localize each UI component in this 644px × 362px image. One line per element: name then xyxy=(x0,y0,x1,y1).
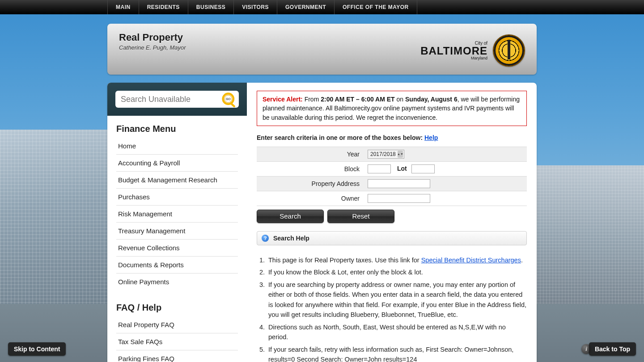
city-seal-icon xyxy=(493,34,525,67)
address-label: Property Address xyxy=(257,176,364,191)
help-list: This page is for Real Property taxes. Us… xyxy=(267,255,527,362)
owner-label: Owner xyxy=(257,191,364,206)
help-item-2: If you know the Block & Lot, enter only … xyxy=(267,267,527,277)
nav-main[interactable]: MAIN xyxy=(107,0,139,14)
reset-button[interactable]: Reset xyxy=(327,210,394,223)
search-go-button[interactable]: GO xyxy=(221,92,237,107)
help-item-3: If you are searching by property address… xyxy=(267,280,527,320)
svg-text:GO: GO xyxy=(226,97,231,101)
search-help-label: Search Help xyxy=(273,235,309,242)
menu-realprop-faq[interactable]: Real Property FAQ xyxy=(116,316,238,333)
menu-online-payments[interactable]: Online Payments xyxy=(116,274,238,290)
criteria-help-link[interactable]: Help xyxy=(424,134,438,141)
help-icon: ? xyxy=(262,235,269,242)
sidebar-heading-faq: FAQ / Help xyxy=(107,295,247,316)
criteria-instruction: Enter search criteria in one or more of … xyxy=(257,134,527,141)
menu-parking-faq[interactable]: Parking Fines FAQ xyxy=(116,350,238,362)
block-label: Block xyxy=(257,161,364,176)
svg-rect-3 xyxy=(230,102,235,107)
menu-risk[interactable]: Risk Management xyxy=(116,206,238,222)
faq-menu: Real Property FAQ Tax Sale FAQs Parking … xyxy=(107,316,247,362)
nav-business[interactable]: BUSINESS xyxy=(188,0,233,14)
page-title: Real Property xyxy=(119,32,186,43)
nav-residents[interactable]: RESIDENTS xyxy=(139,0,188,14)
menu-budget[interactable]: Budget & Management Research xyxy=(116,172,238,188)
back-to-top-button[interactable]: Back to Top xyxy=(589,342,636,356)
year-label: Year xyxy=(257,147,364,161)
sidebar-heading-finance: Finance Menu xyxy=(107,116,247,138)
menu-revenue[interactable]: Revenue Collections xyxy=(116,240,238,256)
service-alert: Service Alert: From 2:00 AM ET – 6:00 AM… xyxy=(257,91,527,126)
help-item-4: Directions such as North, South, East, W… xyxy=(267,322,527,342)
lot-input[interactable] xyxy=(411,164,435,173)
select-arrows-icon: ▲▼ xyxy=(398,151,403,158)
menu-documents[interactable]: Documents & Reports xyxy=(116,257,238,273)
nav-visitors[interactable]: VISITORS xyxy=(233,0,277,14)
help-item-5: If your search fails, retry with less in… xyxy=(267,345,527,362)
lot-label: Lot xyxy=(393,165,410,172)
main-content: Service Alert: From 2:00 AM ET – 6:00 AM… xyxy=(247,83,537,362)
search-form: Year 2017/2018 ▲▼ Block Lot xyxy=(257,147,527,206)
page-header: Real Property Catherine E. Pugh, Mayor C… xyxy=(107,24,537,75)
help-item-1: This page is for Real Property taxes. Us… xyxy=(267,255,527,265)
owner-input[interactable] xyxy=(368,194,430,203)
year-select[interactable]: 2017/2018 ▲▼ xyxy=(368,150,404,159)
menu-taxsale-faq[interactable]: Tax Sale FAQs xyxy=(116,333,238,350)
search-button[interactable]: Search xyxy=(257,210,324,223)
skip-to-content-button[interactable]: Skip to Content xyxy=(8,342,66,356)
menu-treasury[interactable]: Treasury Management xyxy=(116,223,238,239)
menu-accounting[interactable]: Accounting & Payroll xyxy=(116,155,238,171)
page-subtitle: Catherine E. Pugh, Mayor xyxy=(119,44,186,51)
search-help-band[interactable]: ? Search Help xyxy=(257,231,527,245)
menu-home[interactable]: Home xyxy=(116,138,238,154)
block-input[interactable] xyxy=(368,164,391,173)
address-input[interactable] xyxy=(368,179,430,188)
menu-purchases[interactable]: Purchases xyxy=(116,189,238,205)
sbd-link[interactable]: Special Benefit District Surcharges xyxy=(421,257,521,264)
sidebar: GO Finance Menu Home Accounting & Payrol… xyxy=(107,83,247,362)
nav-government[interactable]: GOVERNMENT xyxy=(277,0,334,14)
search-input[interactable] xyxy=(115,91,239,108)
finance-menu: Home Accounting & Payroll Budget & Manag… xyxy=(107,138,247,295)
nav-office-mayor[interactable]: OFFICE OF THE MAYOR xyxy=(334,0,417,14)
top-nav: MAIN RESIDENTS BUSINESS VISITORS GOVERNM… xyxy=(0,0,644,14)
magnifier-icon: GO xyxy=(221,92,237,107)
city-logo-text: City of BALTIMORE Maryland xyxy=(420,41,487,60)
